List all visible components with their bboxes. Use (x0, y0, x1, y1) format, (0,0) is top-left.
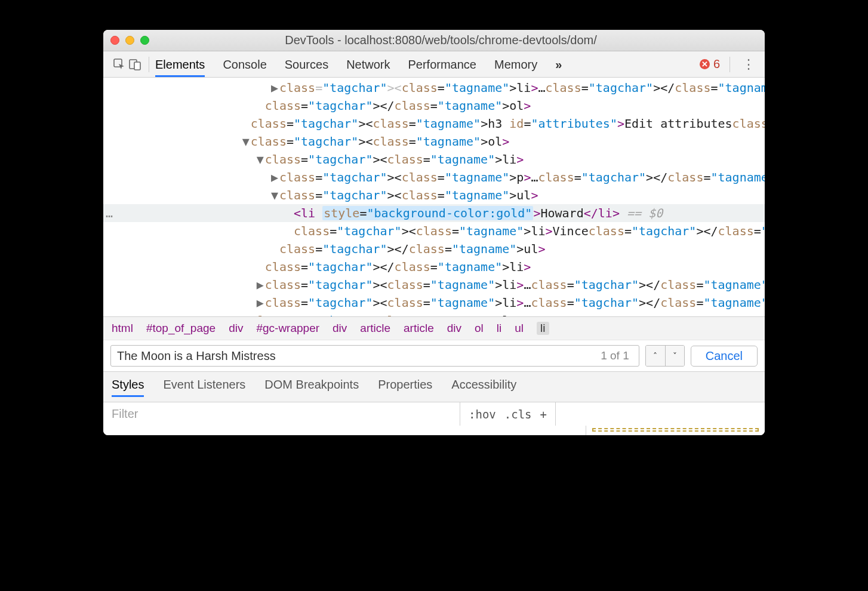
dom-node[interactable]: class="tagchar"><class="tagname">li>Vinc… (103, 222, 765, 240)
search-input[interactable] (117, 349, 601, 363)
elements-dom-tree[interactable]: ▶class="tagchar"><class="tagname">li>…cl… (103, 78, 765, 316)
close-window-button[interactable] (110, 36, 119, 45)
svg-rect-2 (134, 62, 140, 70)
toolbar-divider (730, 57, 730, 72)
breadcrumb-item[interactable]: html (112, 322, 133, 335)
dom-node[interactable]: ▼class="tagchar"><class="tagname">ol> (103, 133, 765, 150)
error-badge[interactable]: ✕ 6 (700, 57, 720, 71)
main-toolbar: Elements Console Sources Network Perform… (103, 51, 765, 78)
tab-network[interactable]: Network (346, 52, 390, 76)
styles-divider (555, 402, 556, 426)
dom-node[interactable]: ▶class="tagchar"><class="tagname">p>…cla… (103, 168, 765, 186)
styles-pane (103, 426, 765, 435)
dom-node[interactable]: ▶class="tagchar"><class="tagname">li>…cl… (103, 79, 765, 97)
tabs-overflow-icon[interactable]: » (555, 52, 562, 76)
subtab-styles[interactable]: Styles (112, 378, 144, 397)
computed-box-model (586, 426, 765, 435)
search-prev-button[interactable]: ˄ (646, 346, 665, 366)
hov-toggle[interactable]: :hov (469, 408, 496, 421)
search-stepper: ˄ ˅ (645, 345, 685, 367)
breadcrumb-item[interactable]: div (447, 322, 461, 335)
dom-node[interactable]: class="tagchar"><class="tagname">h3 id="… (103, 115, 765, 133)
breadcrumb-item[interactable]: div (229, 322, 243, 335)
devtools-window: DevTools - localhost:8080/web/tools/chro… (103, 30, 765, 435)
breadcrumb-item[interactable]: div (333, 322, 347, 335)
styles-toolbar: :hov .cls + (103, 402, 765, 426)
elements-search-bar: 1 of 1 ˄ ˅ Cancel (103, 340, 765, 371)
toolbar-divider (149, 57, 149, 72)
elements-subtabs: StylesEvent ListenersDOM BreakpointsProp… (103, 371, 765, 402)
dom-node[interactable]: class="tagchar"></class="tagname">ul> (103, 240, 765, 258)
tab-memory[interactable]: Memory (494, 52, 537, 76)
breadcrumb-item[interactable]: ul (515, 322, 524, 335)
search-box: 1 of 1 (110, 345, 639, 367)
subtab-accessibility[interactable]: Accessibility (451, 378, 516, 397)
dom-node[interactable]: class="tagchar"></class="tagname">ol> (103, 97, 765, 115)
cls-toggle[interactable]: .cls (504, 408, 532, 421)
new-style-rule-icon[interactable]: + (540, 408, 547, 421)
breadcrumb-item[interactable]: ol (475, 322, 484, 335)
dom-node[interactable]: ▼class="tagchar"><class="tagname">ul> (103, 186, 765, 204)
dom-node[interactable]: ▶class="tagchar"><class="tagname">li>…cl… (103, 294, 765, 312)
kebab-menu-icon[interactable]: ⋮ (736, 57, 761, 72)
tab-elements[interactable]: Elements (155, 52, 205, 76)
search-next-button[interactable]: ˅ (665, 346, 684, 366)
search-cancel-button[interactable]: Cancel (691, 346, 758, 367)
dom-node-selected[interactable]: <li style="background-color:gold">Howard… (103, 204, 765, 222)
tab-performance[interactable]: Performance (408, 52, 477, 76)
main-tabs: Elements Console Sources Network Perform… (155, 52, 700, 76)
tab-sources[interactable]: Sources (285, 52, 328, 76)
breadcrumb-item[interactable]: li (537, 322, 549, 335)
dom-breadcrumbs: html#top_of_pagediv#gc-wrapperdivarticle… (103, 316, 765, 340)
dom-node[interactable]: class="tagchar"></class="tagname">li> (103, 258, 765, 276)
error-count: 6 (713, 57, 720, 71)
subtab-dom-breakpoints[interactable]: DOM Breakpoints (264, 378, 359, 397)
error-icon: ✕ (700, 59, 710, 69)
breadcrumb-item[interactable]: article (360, 322, 390, 335)
dom-node[interactable]: ▶class="tagchar"><class="tagname">li>…cl… (103, 276, 765, 294)
breadcrumb-item[interactable]: #top_of_page (146, 322, 216, 335)
inspect-element-icon[interactable] (112, 59, 127, 70)
window-title: DevTools - localhost:8080/web/tools/chro… (124, 33, 758, 47)
dom-node[interactable]: ▼class="tagchar"><class="tagname">li> (103, 150, 765, 168)
subtab-event-listeners[interactable]: Event Listeners (163, 378, 245, 397)
styles-filter-input[interactable] (103, 407, 460, 421)
subtab-properties[interactable]: Properties (378, 378, 432, 397)
titlebar: DevTools - localhost:8080/web/tools/chro… (103, 30, 765, 51)
tab-console[interactable]: Console (223, 52, 266, 76)
breadcrumb-item[interactable]: #gc-wrapper (256, 322, 319, 335)
search-result-count: 1 of 1 (601, 349, 629, 362)
box-model-margin-edge (592, 428, 759, 432)
dom-node[interactable]: class="tagchar"></class="tagname">ol> (103, 312, 765, 316)
styles-tools: :hov .cls + (460, 402, 555, 426)
device-toolbar-icon[interactable] (127, 59, 143, 70)
breadcrumb-item[interactable]: article (404, 322, 434, 335)
breadcrumb-item[interactable]: li (497, 322, 501, 335)
